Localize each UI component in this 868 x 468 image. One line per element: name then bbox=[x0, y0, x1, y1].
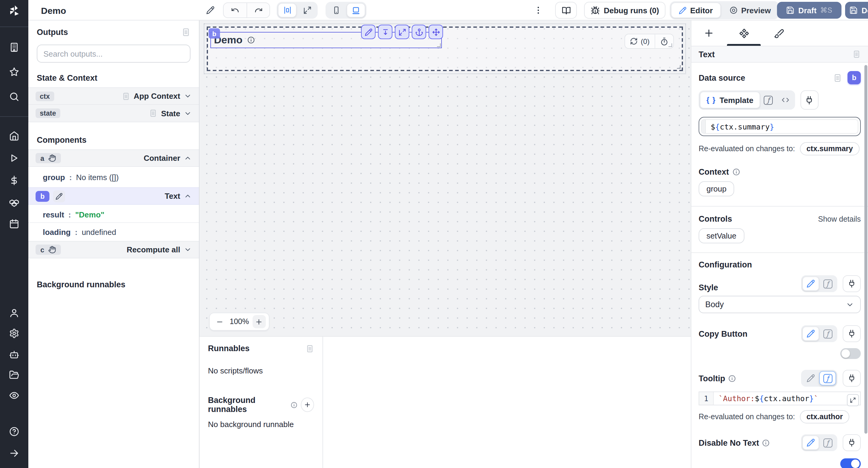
output-prop-result[interactable]: result:"Demo" bbox=[28, 205, 199, 223]
deploy-button[interactable]: Deploy bbox=[845, 2, 868, 19]
sidebar-item-home[interactable] bbox=[0, 131, 28, 141]
info-icon[interactable] bbox=[728, 374, 736, 382]
sidebar-item-schedules[interactable] bbox=[0, 219, 28, 229]
resize-handle[interactable] bbox=[677, 65, 681, 69]
dependency-pill[interactable]: ctx.summary bbox=[800, 142, 860, 156]
template-input[interactable]: ${ctx.summary} bbox=[701, 119, 858, 134]
static-value-button[interactable] bbox=[802, 371, 819, 386]
tab-preview[interactable]: Preview bbox=[722, 2, 778, 18]
dependency-pill[interactable]: ctx.author bbox=[800, 410, 849, 424]
sidebar-item-users[interactable] bbox=[0, 308, 28, 318]
tab-editor[interactable]: Editor bbox=[671, 2, 721, 18]
code-mode-button[interactable] bbox=[777, 93, 794, 107]
show-details-link[interactable]: Show details bbox=[818, 215, 861, 223]
connect-button[interactable] bbox=[843, 434, 861, 451]
draft-button[interactable]: Draft ⌘S bbox=[777, 2, 841, 19]
refresh-button[interactable]: (0) bbox=[625, 34, 654, 48]
expand-editor-button[interactable] bbox=[847, 394, 859, 406]
output-prop-group[interactable]: group:No items ([]) bbox=[28, 167, 199, 187]
copy-button-toggle[interactable] bbox=[840, 348, 861, 359]
tab-insert-component[interactable] bbox=[691, 21, 726, 46]
undo-button[interactable] bbox=[224, 3, 247, 18]
doc-icon[interactable] bbox=[181, 28, 190, 37]
component-id-badge[interactable]: b bbox=[847, 71, 861, 84]
chevron-up-icon[interactable] bbox=[184, 192, 192, 200]
resize-handle[interactable] bbox=[668, 43, 672, 47]
doc-icon[interactable] bbox=[833, 73, 842, 82]
sidebar-item-variables[interactable] bbox=[0, 175, 28, 186]
zoom-out-button[interactable] bbox=[213, 315, 226, 328]
search-outputs-input[interactable] bbox=[37, 44, 190, 63]
full-width-button[interactable] bbox=[298, 3, 316, 18]
sidebar-item-workspace[interactable] bbox=[0, 42, 28, 53]
sidebar-item-settings[interactable] bbox=[0, 328, 28, 338]
setvalue-pill[interactable]: setValue bbox=[699, 228, 744, 243]
disable-no-text-toggle[interactable] bbox=[840, 458, 861, 468]
static-value-button[interactable] bbox=[802, 327, 819, 341]
output-prop-loading[interactable]: loading:undefined bbox=[28, 223, 199, 241]
sidebar-item-search[interactable] bbox=[0, 92, 28, 102]
style-select[interactable]: Body bbox=[699, 296, 861, 313]
fill-height-button[interactable] bbox=[378, 25, 393, 39]
debug-runs-button[interactable]: Debug runs (0) bbox=[584, 2, 665, 19]
sidebar-item-audit[interactable] bbox=[0, 390, 28, 401]
scrollbar-thumb[interactable] bbox=[864, 65, 867, 434]
js-expression-button[interactable]: ƒ bbox=[760, 93, 777, 107]
zoom-in-button[interactable] bbox=[253, 315, 266, 328]
tab-component-settings[interactable] bbox=[726, 21, 761, 46]
more-menu-button[interactable] bbox=[533, 0, 543, 21]
info-icon[interactable] bbox=[247, 36, 255, 44]
js-expression-button[interactable]: ƒ bbox=[819, 371, 836, 386]
chevron-down-icon[interactable] bbox=[184, 109, 192, 117]
desktop-view-button[interactable] bbox=[347, 3, 365, 18]
sidebar-item-help[interactable] bbox=[0, 427, 28, 437]
edit-component-button[interactable] bbox=[361, 25, 375, 39]
connect-button[interactable] bbox=[843, 325, 861, 342]
connect-button[interactable] bbox=[843, 370, 861, 387]
static-value-button[interactable] bbox=[802, 435, 819, 450]
tab-global-styling[interactable] bbox=[761, 21, 796, 46]
output-row-state[interactable]: state State bbox=[28, 105, 199, 122]
sidebar-item-favorites[interactable] bbox=[0, 67, 28, 77]
static-value-button[interactable] bbox=[802, 276, 819, 291]
tooltip-code-editor[interactable]: 1 `Author: ${ctx.author}` bbox=[699, 392, 861, 405]
connect-button[interactable] bbox=[801, 90, 818, 110]
docs-button[interactable] bbox=[555, 2, 577, 19]
expand-button[interactable] bbox=[395, 25, 409, 39]
edit-title-button[interactable] bbox=[206, 0, 215, 21]
chevron-up-icon[interactable] bbox=[184, 154, 192, 162]
js-expression-button[interactable]: ƒ bbox=[819, 435, 836, 450]
move-button[interactable] bbox=[429, 25, 443, 39]
chevron-down-icon[interactable] bbox=[184, 92, 192, 100]
sidebar-item-ai[interactable] bbox=[0, 349, 28, 360]
sidebar-item-folders[interactable] bbox=[0, 370, 28, 380]
edit-component-id-button[interactable] bbox=[53, 190, 65, 202]
chevron-down-icon[interactable] bbox=[184, 246, 192, 254]
add-background-runnable-button[interactable] bbox=[301, 398, 314, 412]
anchor-button[interactable] bbox=[412, 25, 426, 39]
component-row-b[interactable]: b Text bbox=[28, 187, 199, 205]
js-expression-button[interactable]: ƒ bbox=[819, 327, 836, 341]
doc-icon[interactable] bbox=[852, 50, 861, 59]
template-mode-button[interactable]: { } Template bbox=[700, 92, 760, 108]
component-row-c[interactable]: c Recompute all bbox=[28, 241, 199, 258]
sidebar-collapse-toggle[interactable] bbox=[0, 448, 28, 458]
sidebar-item-runs[interactable] bbox=[0, 153, 28, 163]
mobile-view-button[interactable] bbox=[327, 3, 345, 18]
windmill-logo[interactable] bbox=[0, 4, 28, 18]
context-group-pill[interactable]: group bbox=[699, 181, 735, 196]
state-context-title: State & Context bbox=[37, 73, 190, 82]
centered-layout-button[interactable] bbox=[278, 3, 297, 18]
doc-icon[interactable] bbox=[306, 344, 314, 353]
info-icon[interactable] bbox=[290, 401, 298, 409]
connect-button[interactable] bbox=[843, 275, 861, 292]
app-canvas[interactable]: b Demo (0) bbox=[199, 21, 691, 336]
redo-button[interactable] bbox=[247, 3, 270, 18]
info-icon[interactable] bbox=[762, 439, 770, 446]
component-row-a[interactable]: a Container bbox=[28, 149, 199, 167]
resize-handle[interactable] bbox=[437, 43, 441, 47]
output-row-ctx[interactable]: ctx App Context bbox=[28, 87, 199, 105]
sidebar-item-resources[interactable] bbox=[0, 197, 28, 207]
js-expression-button[interactable]: ƒ bbox=[819, 276, 836, 291]
info-icon[interactable] bbox=[733, 168, 741, 176]
